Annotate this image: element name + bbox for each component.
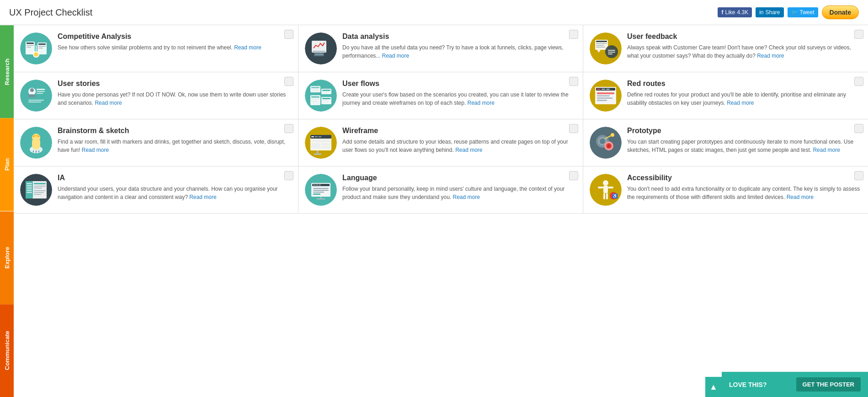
competitive-analysis-body: Competitive Analysis See how others solv… (58, 32, 292, 52)
wireframe-checkbox[interactable] (569, 124, 578, 133)
svg-rect-76 (311, 139, 330, 142)
scroll-top-button[interactable]: ▲ (705, 377, 722, 397)
twitter-tweet-button[interactable]: 🐦 Tweet (788, 7, 818, 17)
prototype-read-more[interactable]: Read more (813, 147, 840, 153)
user-feedback-read-more[interactable]: Read more (757, 53, 784, 59)
data-analysis-icon (305, 32, 337, 64)
accessibility-checkbox[interactable] (854, 171, 863, 180)
svg-rect-2 (27, 43, 34, 44)
svg-rect-93 (27, 183, 32, 184)
page-title: UX Project Checklist (9, 7, 92, 18)
svg-point-30 (30, 88, 34, 92)
card-competitive-analysis: Competitive Analysis See how others solv… (14, 25, 298, 72)
prototype-desc: You can start creating paper prototypes … (627, 138, 862, 154)
user-flows-read-more[interactable]: Read more (468, 100, 495, 106)
user-feedback-title: User feedback (627, 32, 862, 41)
sidebar-item-plan[interactable]: Plan (0, 118, 14, 211)
svg-rect-7 (38, 46, 46, 47)
brainstorm-icon (20, 127, 52, 159)
svg-rect-34 (28, 100, 44, 101)
svg-rect-42 (322, 92, 328, 93)
svg-rect-26 (608, 52, 615, 53)
svg-rect-94 (27, 185, 32, 186)
svg-rect-39 (311, 89, 320, 91)
competitive-analysis-checkbox[interactable] (284, 30, 293, 39)
svg-rect-41 (322, 90, 330, 91)
sidebar-item-communicate[interactable]: Communicate (0, 304, 14, 397)
red-routes-icon (590, 80, 622, 112)
svg-rect-97 (27, 190, 32, 191)
wireframe-read-more[interactable]: Read more (455, 147, 482, 153)
svg-rect-33 (37, 93, 43, 94)
card-wireframe: Wireframe Add some details and structure… (298, 119, 583, 166)
plan-row: User stories Have you done personas yet?… (14, 72, 868, 119)
competitive-analysis-read-more[interactable]: Read more (234, 44, 261, 51)
data-analysis-read-more[interactable]: Read more (382, 53, 409, 59)
brainstorm-read-more[interactable]: Read more (82, 147, 109, 153)
fb-like-label: Like (725, 9, 735, 16)
svg-point-9 (33, 52, 39, 57)
header: UX Project Checklist f Like 4.3K in Shar… (0, 0, 868, 25)
card-language: Language Follow your brand personality, … (298, 166, 583, 213)
sidebar: Research Plan Explore Communicate (0, 25, 14, 397)
user-stories-body: User stories Have you done personas yet?… (58, 80, 292, 107)
svg-rect-122 (608, 187, 613, 188)
svg-rect-44 (311, 96, 320, 98)
communicate-row: IA Understand your users, your data stru… (14, 166, 868, 214)
get-poster-button[interactable]: GET THE POSTER (796, 377, 861, 392)
donate-button[interactable]: Donate (822, 5, 859, 19)
svg-rect-8 (38, 48, 43, 48)
accessibility-read-more[interactable]: Read more (787, 194, 814, 200)
share-label: Share (766, 9, 780, 16)
prototype-body: Prototype You can start creating paper p… (627, 127, 862, 154)
svg-rect-115 (313, 193, 320, 195)
svg-rect-123 (603, 193, 605, 199)
ia-title: IA (58, 174, 292, 182)
svg-rect-40 (321, 89, 331, 94)
red-routes-title: Red routes (627, 80, 862, 88)
svg-rect-96 (27, 188, 32, 189)
card-brainstorm: Brainstorm & sketch Find a war room, fil… (14, 119, 298, 166)
user-stories-read-more[interactable]: Read more (95, 100, 122, 106)
brainstorm-checkbox[interactable] (284, 124, 293, 133)
user-feedback-checkbox[interactable] (854, 30, 863, 39)
card-user-flows: User flows Create your user's flow based… (298, 72, 583, 119)
data-analysis-checkbox[interactable] (569, 30, 578, 39)
svg-text:♿: ♿ (612, 193, 618, 199)
sidebar-item-research[interactable]: Research (0, 25, 14, 118)
brainstorm-body: Brainstorm & sketch Find a war room, fil… (58, 127, 292, 154)
svg-rect-73 (311, 136, 314, 137)
user-feedback-desc: Always speak with Customer Care team! Do… (627, 43, 862, 60)
red-routes-body: Red routes Define red routes for your pr… (627, 80, 862, 107)
user-stories-checkbox[interactable] (284, 77, 293, 86)
facebook-like-button[interactable]: f Like 4.3K (718, 7, 752, 17)
card-prototype: Prototype You can start creating paper p… (583, 119, 868, 166)
sidebar-item-explore[interactable]: Explore (0, 211, 14, 304)
red-routes-checkbox[interactable] (854, 77, 863, 86)
svg-point-88 (607, 145, 610, 147)
svg-rect-32 (37, 91, 45, 92)
competitive-analysis-desc: See how others solve similar problems an… (58, 43, 292, 52)
ia-desc: Understand your users, your data structu… (58, 185, 292, 201)
language-read-more[interactable]: Read more (453, 194, 480, 200)
linkedin-icon: in (759, 9, 763, 16)
svg-point-28 (20, 80, 52, 112)
language-checkbox[interactable] (569, 171, 578, 180)
svg-rect-120 (603, 186, 608, 193)
ia-read-more[interactable]: Read more (189, 194, 216, 200)
svg-rect-110 (319, 185, 321, 185)
svg-rect-50 (322, 102, 327, 103)
linkedin-share-button[interactable]: in Share (756, 7, 783, 17)
prototype-checkbox[interactable] (854, 124, 863, 133)
red-routes-read-more[interactable]: Read more (727, 100, 754, 106)
user-stories-desc: Have you done personas yet? If not DO IT… (58, 91, 292, 107)
main-layout: Research Plan Explore Communicate (0, 25, 868, 397)
svg-rect-31 (37, 89, 45, 90)
user-flows-checkbox[interactable] (569, 77, 578, 86)
card-ia: IA Understand your users, your data stru… (14, 166, 298, 213)
ia-checkbox[interactable] (284, 171, 293, 180)
wireframe-icon (305, 127, 337, 159)
accessibility-icon: ♿ (590, 174, 622, 206)
red-routes-desc: Define red routes for your product and y… (627, 91, 862, 107)
prototype-title: Prototype (627, 127, 862, 135)
